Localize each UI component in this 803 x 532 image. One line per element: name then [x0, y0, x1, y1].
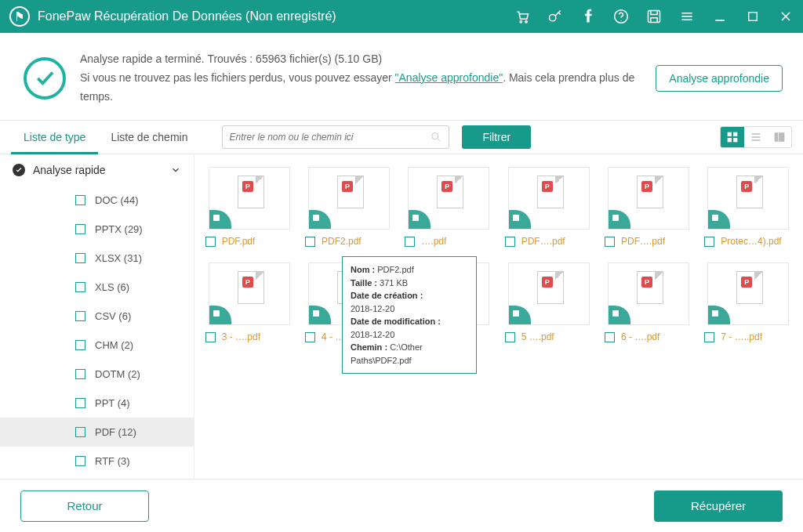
search-box[interactable]: [222, 125, 449, 149]
facebook-icon[interactable]: [580, 9, 596, 24]
tree-item-label: DOC (44): [95, 194, 139, 206]
sidebar-item-rtf[interactable]: RTF (3): [0, 447, 194, 476]
file-checkbox[interactable]: [205, 237, 216, 247]
chevron-down-icon: [170, 165, 181, 176]
checkbox[interactable]: [75, 369, 85, 379]
sidebar-item-chm[interactable]: CHM (2): [0, 331, 194, 360]
save-icon[interactable]: [646, 9, 662, 24]
checkbox[interactable]: [75, 427, 85, 437]
file-checkbox[interactable]: [704, 237, 714, 247]
sidebar-item-dotm[interactable]: DOTM (2): [0, 360, 194, 389]
pdf-badge-icon: P: [342, 181, 353, 192]
file-card[interactable]: PPDF….pdf: [502, 167, 595, 247]
checkbox[interactable]: [75, 253, 85, 263]
pdf-badge-icon: P: [242, 181, 253, 192]
pdf-badge-icon: P: [741, 181, 752, 192]
file-thumbnail[interactable]: P: [707, 262, 789, 325]
sidebar-item-doc[interactable]: DOC (44): [0, 186, 194, 215]
file-name: 5 ….pdf: [521, 331, 554, 342]
checkbox[interactable]: [75, 282, 85, 292]
sidebar-group-quickscan[interactable]: Analyse rapide: [0, 154, 194, 186]
view-list-icon[interactable]: [744, 127, 768, 147]
app-logo-icon: [9, 6, 30, 27]
corner-icon: [708, 306, 730, 324]
deep-scan-link[interactable]: "Analyse approfondie": [395, 71, 503, 84]
file-checkbox[interactable]: [305, 237, 315, 247]
search-input[interactable]: [229, 132, 430, 143]
tree-item-label: CHM (2): [95, 339, 133, 351]
checkbox[interactable]: [75, 195, 85, 205]
tree-item-label: XLS (6): [95, 281, 129, 293]
titlebar-icons: [514, 9, 794, 24]
key-icon[interactable]: [547, 9, 563, 24]
file-checkbox[interactable]: [704, 332, 714, 342]
checkbox[interactable]: [75, 340, 85, 350]
minimize-icon[interactable]: [712, 9, 728, 24]
file-card[interactable]: PPDF….pdf: [601, 167, 695, 247]
checkbox[interactable]: [75, 456, 85, 466]
checkbox[interactable]: [75, 311, 85, 321]
file-thumbnail[interactable]: P: [608, 262, 689, 325]
sidebar: Analyse rapide DOC (44)PPTX (29)XLSX (31…: [0, 154, 194, 479]
view-grid-icon[interactable]: [721, 127, 744, 147]
sidebar-item-ppt[interactable]: PPT (4): [0, 389, 194, 418]
checkbox[interactable]: [75, 398, 85, 408]
sidebar-item-xlsx[interactable]: XLSX (31): [0, 244, 194, 273]
file-checkbox[interactable]: [205, 332, 216, 342]
main-body: Analyse rapide DOC (44)PPTX (29)XLSX (31…: [0, 154, 803, 479]
pdf-badge-icon: P: [641, 277, 652, 288]
corner-icon: [309, 306, 331, 324]
file-card[interactable]: PProtec…4).pdf: [702, 167, 795, 247]
file-checkbox[interactable]: [505, 332, 515, 342]
scan-summary: Analyse rapide a terminé. Trouvés : 6596…: [0, 33, 803, 120]
sidebar-item-pdf[interactable]: PDF (12): [0, 418, 194, 447]
filter-button[interactable]: Filtrer: [462, 125, 531, 149]
help-icon[interactable]: [613, 9, 629, 24]
svg-point-1: [525, 20, 528, 22]
file-card[interactable]: P3 - ….pdf: [202, 262, 296, 342]
file-card[interactable]: PPDF2.pdf: [302, 167, 395, 247]
cart-icon[interactable]: [514, 9, 530, 24]
deep-scan-button[interactable]: Analyse approfondie: [656, 65, 783, 92]
file-card[interactable]: PPDF.pdf: [202, 167, 296, 247]
file-thumbnail[interactable]: P: [508, 167, 590, 230]
file-checkbox[interactable]: [505, 237, 515, 247]
file-thumbnail[interactable]: P: [209, 167, 290, 230]
file-thumbnail[interactable]: P: [508, 262, 590, 325]
file-card[interactable]: P6 - ….pdf: [601, 262, 695, 342]
file-checkbox[interactable]: [405, 237, 415, 247]
sidebar-item-csv[interactable]: CSV (6): [0, 302, 194, 331]
toolbar: Liste de type Liste de chemin Filtrer: [0, 120, 803, 154]
sidebar-group-label: Analyse rapide: [33, 164, 106, 176]
file-card[interactable]: P7 - …..pdf: [702, 262, 795, 342]
corner-icon: [209, 306, 231, 324]
file-thumbnail[interactable]: P: [308, 167, 390, 230]
sidebar-item-pptx[interactable]: PPTX (29): [0, 215, 194, 244]
recover-button[interactable]: Récupérer: [654, 490, 783, 522]
corner-icon: [708, 210, 730, 229]
file-checkbox[interactable]: [305, 332, 315, 342]
tree-item-label: PPTX (29): [95, 223, 143, 235]
file-thumbnail[interactable]: P: [707, 167, 789, 230]
back-button[interactable]: Retour: [20, 490, 149, 522]
tree-item-label: XLSX (31): [95, 252, 142, 264]
view-detail-icon[interactable]: [768, 127, 791, 147]
file-card[interactable]: P5 ….pdf: [502, 262, 595, 342]
menu-icon[interactable]: [679, 9, 695, 24]
file-checkbox[interactable]: [605, 332, 615, 342]
file-name: PDF.pdf: [222, 236, 256, 247]
tab-type-list[interactable]: Liste de type: [11, 120, 98, 154]
svg-rect-8: [733, 132, 737, 136]
maximize-icon[interactable]: [745, 9, 761, 24]
file-thumbnail[interactable]: P: [408, 167, 489, 230]
file-card[interactable]: P….pdf: [402, 167, 496, 247]
file-thumbnail[interactable]: P: [209, 262, 290, 325]
file-checkbox[interactable]: [605, 237, 615, 247]
pdf-badge-icon: P: [242, 277, 253, 288]
pdf-badge-icon: P: [542, 181, 553, 192]
file-thumbnail[interactable]: P: [608, 167, 689, 230]
sidebar-item-xls[interactable]: XLS (6): [0, 273, 194, 302]
tab-path-list[interactable]: Liste de chemin: [98, 120, 200, 154]
close-icon[interactable]: [778, 9, 794, 24]
checkbox[interactable]: [75, 224, 85, 234]
